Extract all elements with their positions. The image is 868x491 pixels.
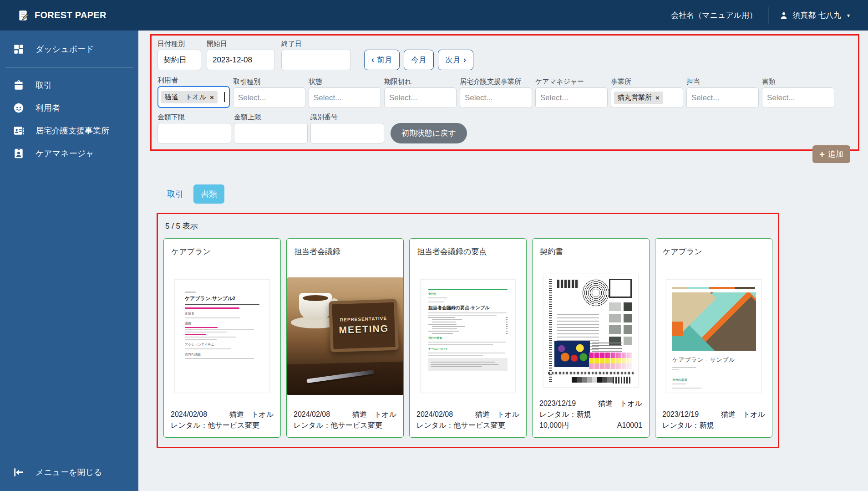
- identifier-input[interactable]: [310, 123, 384, 143]
- reset-filters-button[interactable]: 初期状態に戻す: [391, 123, 467, 143]
- this-month-button[interactable]: 今月: [404, 50, 434, 70]
- briefcase-icon: [13, 79, 25, 91]
- status-label: 状態: [309, 77, 381, 86]
- careplan-cover-thumbnail: ケアプラン - サンプル 自分の名前: [666, 279, 761, 393]
- tab-documents[interactable]: 書類: [193, 184, 224, 204]
- sidebar-item-label: 取引: [36, 80, 52, 91]
- card-user: 猫道 トオル: [721, 409, 765, 420]
- user-filter-label: 利用者: [157, 76, 230, 85]
- card-date: 2024/02/08: [416, 409, 453, 420]
- card-title: 担当者会議録の要点: [410, 239, 526, 264]
- document-card[interactable]: ケアプラン: [655, 238, 772, 438]
- end-date-label: 終了日: [281, 40, 350, 48]
- card-user: 猫道 トオル: [475, 409, 519, 420]
- assignee-select[interactable]: Select...: [686, 87, 759, 108]
- amount-max-label: 金額上限: [234, 113, 308, 122]
- card-title: 契約書: [533, 239, 649, 264]
- collapse-menu-icon: [13, 466, 25, 478]
- person-icon: [779, 11, 788, 20]
- deal-type-label: 取引種別: [233, 77, 305, 86]
- meeting-photo-thumbnail: REPRESENTATIVE MEETING: [287, 277, 403, 395]
- main-content: 日付種別 契約日 開始日 2023-12-08 終了日 ‹ 前月 今月: [138, 31, 868, 491]
- card-date: 2024/02/08: [294, 409, 330, 420]
- sidebar-item-care-office[interactable]: 居宅介護支援事業所: [0, 119, 138, 142]
- text-cursor: [224, 92, 225, 102]
- card-date: 2023/12/19: [662, 409, 699, 420]
- assignee-label: 担当: [686, 77, 759, 86]
- document-select[interactable]: Select...: [762, 87, 834, 108]
- status-select[interactable]: Select...: [309, 87, 381, 108]
- next-month-button[interactable]: 次月 ›: [438, 50, 473, 70]
- card-user: 猫道 トオル: [352, 409, 396, 420]
- office-select[interactable]: 猫丸営業所 ×: [611, 87, 683, 108]
- close-menu-label: メニューを閉じる: [36, 467, 102, 478]
- office-card-icon: [13, 125, 25, 137]
- care-office-select[interactable]: Select...: [460, 87, 532, 108]
- face-icon: [13, 102, 25, 114]
- end-date-input[interactable]: [281, 50, 350, 70]
- close-menu-button[interactable]: メニューを閉じる: [0, 461, 138, 484]
- person-badge-icon: [13, 148, 25, 159]
- add-button[interactable]: + 追加: [812, 145, 850, 163]
- office-tag[interactable]: 猫丸営業所 ×: [614, 92, 663, 104]
- sidebar-divider: [5, 67, 133, 67]
- deal-type-select[interactable]: Select...: [233, 87, 305, 108]
- card-detail: レンタル：他サービス変更: [171, 420, 274, 431]
- sidebar-item-label: 利用者: [36, 102, 60, 113]
- document-card[interactable]: ケアプラン ケアプラン-サンプル2 参加者 議題: [163, 238, 281, 438]
- document-card[interactable]: 担当者会議録 REPRESENTATIVE MEETING: [286, 238, 404, 438]
- sidebar-item-deals[interactable]: 取引: [0, 74, 138, 97]
- identifier-label: 識別番号: [310, 113, 384, 122]
- sidebar-item-dashboard[interactable]: ダッシュボード: [0, 38, 138, 61]
- tab-row: 取引 書類: [166, 184, 224, 204]
- card-detail: レンタル：新規: [539, 409, 642, 420]
- test-chart-thumbnail: [543, 274, 639, 388]
- memo-pencil-icon: [17, 10, 29, 21]
- card-date: 2023/12/19: [539, 398, 576, 409]
- user-filter-select[interactable]: 猫道 トオル ×: [157, 86, 230, 108]
- top-bar: FOREST PAPER 会社名（マニュアル用） 須真都 七八九 ▾: [0, 0, 868, 31]
- careplan2-thumbnail: ケアプラン-サンプル2 参加者 議題 アクションアイテム: [174, 279, 270, 393]
- card-detail: レンタル：新規: [662, 420, 765, 431]
- card-title: ケアプラン: [164, 239, 280, 264]
- sidebar-item-label: ケアマネージャ: [36, 148, 94, 159]
- card-code: A10001: [617, 420, 642, 431]
- care-manager-select[interactable]: Select...: [535, 87, 608, 108]
- dashboard-icon: [13, 43, 25, 55]
- results-panel: 5 / 5 表示 ケアプラン ケアプラン-サンプル2 参加者 議題: [157, 213, 779, 448]
- chevron-right-icon: ›: [463, 55, 466, 65]
- start-date-input[interactable]: 2023-12-08: [207, 50, 275, 70]
- tab-deals[interactable]: 取引: [166, 185, 184, 203]
- app-title: FOREST PAPER: [35, 10, 107, 20]
- expired-select[interactable]: Select...: [384, 87, 457, 108]
- user-name: 須真都 七八九: [792, 10, 841, 20]
- company-name: 会社名（マニュアル用）: [671, 10, 757, 20]
- caret-down-icon: ▾: [847, 12, 850, 19]
- card-amount: 10,000円: [539, 420, 569, 431]
- remove-tag-icon[interactable]: ×: [210, 93, 214, 101]
- card-detail: レンタル：他サービス変更: [294, 420, 396, 431]
- sidebar-item-users[interactable]: 利用者: [0, 97, 138, 119]
- office-label: 事業所: [611, 77, 683, 86]
- remove-tag-icon[interactable]: ×: [655, 94, 660, 102]
- date-type-select[interactable]: 契約日: [157, 50, 201, 70]
- plus-icon: +: [819, 150, 825, 159]
- start-date-label: 開始日: [207, 40, 275, 48]
- filter-panel: 日付種別 契約日 開始日 2023-12-08 終了日 ‹ 前月 今月: [150, 34, 859, 151]
- topbar-divider: [768, 7, 768, 24]
- amount-min-input[interactable]: [157, 123, 231, 143]
- sidebar: ダッシュボード 取引 利用者 居宅介護支援事業所: [0, 31, 138, 491]
- sidebar-item-care-manager[interactable]: ケアマネージャ: [0, 142, 138, 165]
- prev-month-button[interactable]: ‹ 前月: [364, 50, 400, 70]
- document-card[interactable]: 担当者会議録の要点 会社名 担当者会議録の要点-サンプル: [409, 238, 527, 438]
- card-user: 猫道 トオル: [229, 409, 274, 420]
- date-type-label: 日付種別: [157, 40, 201, 48]
- cards-row: ケアプラン ケアプラン-サンプル2 参加者 議題: [163, 238, 772, 438]
- document-label: 書類: [762, 77, 834, 86]
- care-manager-label: ケアマネジャー: [535, 77, 608, 86]
- user-filter-tag[interactable]: 猫道 トオル ×: [161, 91, 218, 103]
- document-card[interactable]: 契約書: [532, 238, 650, 438]
- amount-max-input[interactable]: [234, 123, 308, 143]
- card-title: 担当者会議録: [287, 239, 403, 264]
- user-menu[interactable]: 須真都 七八九 ▾: [779, 10, 850, 20]
